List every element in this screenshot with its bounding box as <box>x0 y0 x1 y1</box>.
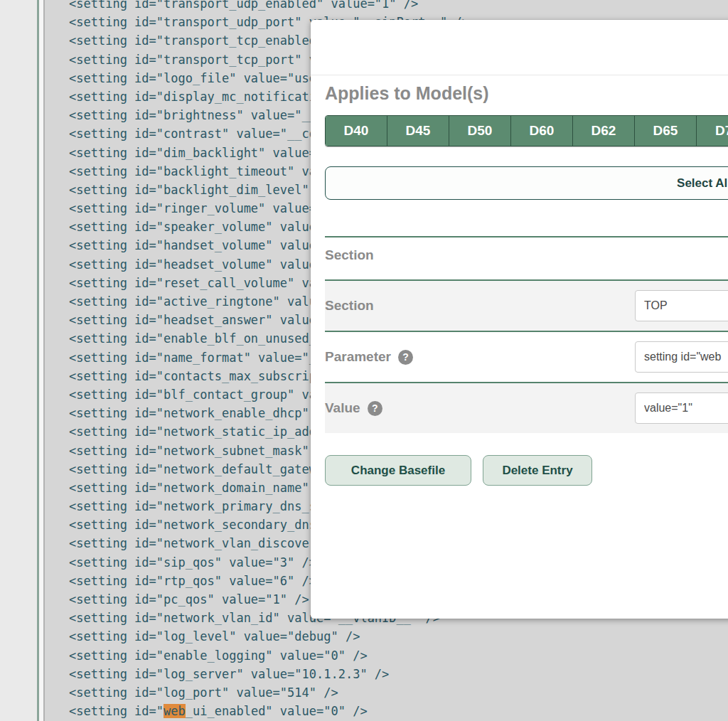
section-row: Section <box>325 279 728 331</box>
section-header-label: Section <box>325 247 374 263</box>
code-line: <setting id="log_port" value="514" /> <box>69 683 728 702</box>
code-line: <setting id="log_level" value="debug" /> <box>69 627 728 646</box>
model-button-group: D40D45D50D60D62D65D70 <box>325 115 728 146</box>
modal-body: Applies to Model(s) D40D45D50D60D62D65D7… <box>311 82 728 486</box>
form-rows: Section Section Parameter ? Value ? <box>325 236 728 433</box>
parameter-label-text: Parameter <box>325 349 391 365</box>
model-button-d45[interactable]: D45 <box>387 116 449 146</box>
parameter-row: Parameter ? <box>325 331 728 382</box>
value-label-text: Value <box>325 400 360 416</box>
section-header-row: Section <box>325 236 728 279</box>
model-button-d70[interactable]: D70 <box>697 116 728 146</box>
modal-actions: Change Basefile Delete Entry <box>325 455 728 486</box>
delete-entry-button[interactable]: Delete Entry <box>483 455 592 486</box>
modal-header <box>311 20 728 75</box>
parameter-input[interactable] <box>635 341 728 373</box>
code-line: <setting id="web_ui_enabled" value="0" /… <box>69 702 728 720</box>
section-input[interactable] <box>635 290 728 321</box>
page-left-margin <box>0 0 37 721</box>
parameter-label: Parameter ? <box>325 349 413 365</box>
edit-entry-modal: Applies to Model(s) D40D45D50D60D62D65D7… <box>311 20 728 619</box>
model-button-d60[interactable]: D60 <box>511 116 573 146</box>
applies-to-models-heading: Applies to Model(s) <box>325 82 728 105</box>
value-row: Value ? <box>325 382 728 433</box>
model-button-d40[interactable]: D40 <box>326 116 387 146</box>
change-basefile-button[interactable]: Change Basefile <box>325 455 471 486</box>
code-line: <setting id="enable_logging" value="0" /… <box>69 646 728 665</box>
select-all-button[interactable]: Select All <box>325 166 728 200</box>
value-input[interactable] <box>635 392 728 424</box>
value-label: Value ? <box>325 400 382 416</box>
model-button-d65[interactable]: D65 <box>635 116 697 146</box>
search-highlight: web <box>164 704 186 718</box>
parameter-help-icon[interactable]: ? <box>398 350 413 365</box>
model-button-d50[interactable]: D50 <box>449 116 511 146</box>
value-help-icon[interactable]: ? <box>368 401 382 416</box>
code-line: <setting id="log_server" value="10.1.2.3… <box>69 665 728 683</box>
section-label: Section <box>325 298 374 314</box>
model-button-d62[interactable]: D62 <box>573 116 635 146</box>
code-line: <setting id="transport_udp_enabled" valu… <box>69 0 728 13</box>
